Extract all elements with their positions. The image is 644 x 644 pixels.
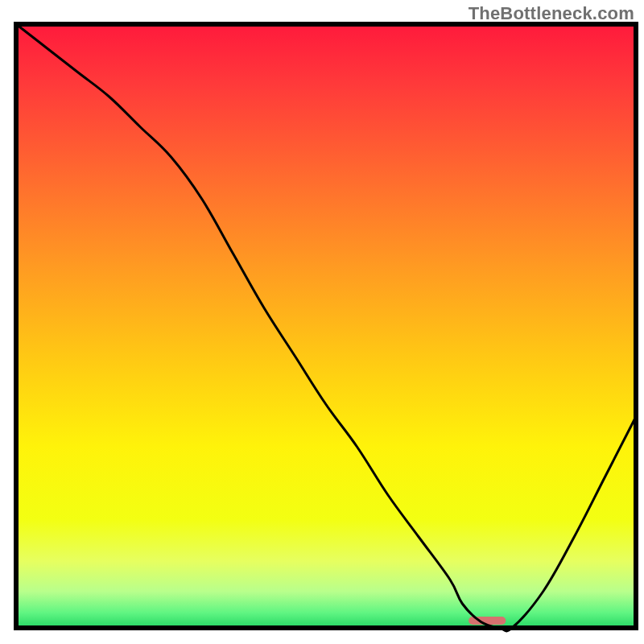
- bottleneck-chart: [0, 0, 644, 644]
- watermark-text: TheBottleneck.com: [469, 3, 634, 24]
- gradient-background: [16, 24, 636, 628]
- chart-container: TheBottleneck.com: [0, 0, 644, 644]
